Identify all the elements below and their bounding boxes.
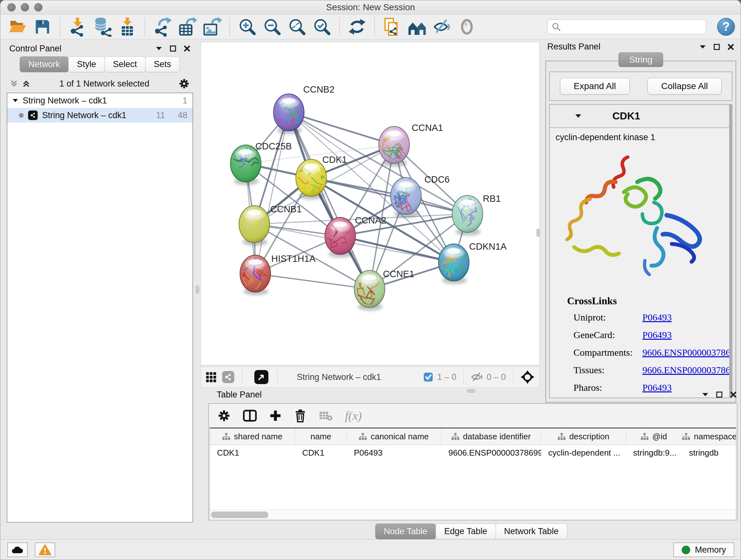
- show-all-button[interactable]: [455, 16, 478, 38]
- table-hscrollbar[interactable]: [210, 509, 736, 520]
- hide-selected-button[interactable]: [430, 16, 454, 38]
- network-edge[interactable]: [255, 273, 369, 289]
- network-graph[interactable]: CCNB2CCNA1CDC25BCDK1CDC6RB1CCNB1CCNA2CDK…: [201, 42, 539, 365]
- gear-icon[interactable]: [179, 78, 190, 89]
- import-network-file-button[interactable]: [66, 16, 89, 38]
- column-header-database-identifier[interactable]: database identifier: [441, 428, 541, 445]
- column-header-shared-name[interactable]: shared name: [210, 428, 295, 445]
- expand-all-icon[interactable]: [22, 79, 30, 88]
- crosslink-tissues-[interactable]: 9606.ENSP00000378699: [643, 365, 729, 375]
- minimize-window-button[interactable]: [21, 3, 29, 11]
- crosslink-compartments-[interactable]: 9606.ENSP00000378699: [643, 347, 729, 358]
- collapse-all-icon[interactable]: [10, 79, 18, 88]
- expand-all-button[interactable]: Expand All: [560, 78, 630, 95]
- network-node-CCNA1[interactable]: CCNA1: [379, 123, 443, 174]
- table-tab-network-table[interactable]: Network Table: [495, 523, 567, 539]
- table-cell[interactable]: CDK1: [210, 445, 295, 461]
- network-node-CDKN1A[interactable]: CDKN1A: [435, 241, 507, 287]
- save-session-button[interactable]: [31, 16, 54, 38]
- control-tab-style[interactable]: Style: [68, 57, 105, 72]
- import-table-button[interactable]: [116, 16, 139, 38]
- table-tab-node-table[interactable]: Node Table: [375, 523, 436, 539]
- scrollbar-thumb[interactable]: [211, 511, 268, 518]
- first-neighbors-button[interactable]: [406, 16, 428, 38]
- show-columns-button[interactable]: [243, 409, 257, 422]
- network-canvas[interactable]: CCNB2CCNA1CDC25BCDK1CDC6RB1CCNB1CCNA2CDK…: [201, 42, 540, 365]
- gene-section-header[interactable]: CDK1: [550, 105, 729, 128]
- network-overview-button[interactable]: [222, 371, 234, 383]
- column-header-description[interactable]: description: [541, 428, 626, 445]
- tree-expander-icon[interactable]: [12, 98, 18, 103]
- network-edge[interactable]: [340, 236, 454, 262]
- table-settings-button[interactable]: [217, 409, 231, 422]
- close-window-button[interactable]: [7, 3, 16, 11]
- panel-close-button[interactable]: [184, 45, 191, 52]
- panel-float-button[interactable]: [170, 45, 177, 52]
- open-file-button[interactable]: [6, 16, 29, 38]
- zoom-fit-button[interactable]: [286, 16, 309, 38]
- collapse-all-button[interactable]: Collapse All: [648, 78, 722, 95]
- control-tab-network[interactable]: Network: [20, 57, 69, 72]
- network-node-RB1[interactable]: RB1: [452, 183, 501, 236]
- network-node-CDC6[interactable]: CDC6: [389, 174, 450, 218]
- control-tab-select[interactable]: Select: [105, 57, 145, 72]
- birds-eye-icon[interactable]: [520, 370, 535, 384]
- help-button[interactable]: ?: [717, 18, 735, 36]
- network-node-CDC25B[interactable]: CDC25B: [226, 141, 292, 185]
- bottom-splitter-handle[interactable]: [467, 389, 475, 393]
- panel-float-button[interactable]: [713, 44, 720, 51]
- section-expander-icon[interactable]: [575, 114, 582, 118]
- table-cell[interactable]: cyclin-dependent ...: [541, 445, 626, 461]
- right-splitter-handle[interactable]: [536, 229, 540, 237]
- network-edge[interactable]: [289, 112, 394, 145]
- panel-float-button[interactable]: [716, 391, 723, 398]
- zoom-out-button[interactable]: [261, 16, 284, 38]
- column-header-canonical-name[interactable]: canonical name: [347, 428, 441, 445]
- tab-string[interactable]: String: [618, 52, 663, 67]
- cloud-status-button[interactable]: [7, 543, 28, 557]
- network-node-CCNB2[interactable]: CCNB2: [270, 84, 335, 143]
- apply-layout-button[interactable]: [346, 16, 368, 38]
- import-network-database-button[interactable]: [91, 16, 114, 38]
- search-input[interactable]: [564, 22, 702, 32]
- panel-menu-button[interactable]: [702, 392, 709, 397]
- network-node-HIST1H1A[interactable]: HIST1H1A: [231, 253, 316, 295]
- zoom-selected-button[interactable]: [311, 16, 333, 38]
- grid-view-button[interactable]: [205, 371, 218, 383]
- maximize-window-button[interactable]: [34, 3, 43, 11]
- crosslink-uniprot-[interactable]: P06493: [643, 312, 729, 323]
- crosslink-genecard-[interactable]: P06493: [643, 329, 729, 340]
- warning-status-button[interactable]: [35, 543, 55, 557]
- column-header-name[interactable]: name: [295, 428, 347, 445]
- memory-button[interactable]: Memory: [673, 543, 734, 557]
- hidden-eye-icon[interactable]: [471, 372, 483, 382]
- network-node-CCNB1[interactable]: CCNB1: [239, 204, 301, 246]
- selected-checkbox-icon[interactable]: [423, 372, 433, 382]
- table-row[interactable]: CDK1CDK1P064939606.ENSP00000378699cyclin…: [210, 445, 736, 461]
- export-network-button[interactable]: [151, 16, 174, 38]
- network-node-CDK1[interactable]: CDK1: [295, 154, 347, 199]
- zoom-in-button[interactable]: [236, 16, 259, 38]
- add-column-button[interactable]: [269, 409, 282, 422]
- panel-menu-button[interactable]: [155, 46, 162, 51]
- column-header-namespace[interactable]: namespace: [682, 428, 736, 445]
- panel-menu-button[interactable]: [699, 45, 706, 49]
- left-splitter-handle[interactable]: [196, 286, 199, 294]
- network-row-selected[interactable]: String Network – cdk1 11 48: [7, 108, 192, 123]
- delete-column-button[interactable]: [294, 409, 307, 422]
- table-cell[interactable]: CDK1: [295, 445, 347, 461]
- detach-view-button[interactable]: [254, 370, 268, 384]
- column-header--id[interactable]: @id: [626, 428, 682, 445]
- export-image-button[interactable]: [201, 16, 224, 38]
- table-tab-edge-table[interactable]: Edge Table: [435, 523, 496, 539]
- export-table-button[interactable]: [176, 16, 199, 38]
- table-cell[interactable]: P06493: [347, 445, 441, 461]
- panel-close-button[interactable]: [730, 391, 737, 398]
- table-cell[interactable]: stringdb: [682, 445, 736, 461]
- table-cell[interactable]: 9606.ENSP00000378699: [441, 445, 541, 461]
- panel-close-button[interactable]: [727, 44, 734, 51]
- control-tab-sets[interactable]: Sets: [145, 57, 180, 72]
- network-collection-row[interactable]: String Network – cdk1 1: [7, 93, 192, 108]
- new-network-from-selection-button[interactable]: [381, 16, 404, 38]
- table-cell[interactable]: stringdb:9...: [626, 445, 682, 461]
